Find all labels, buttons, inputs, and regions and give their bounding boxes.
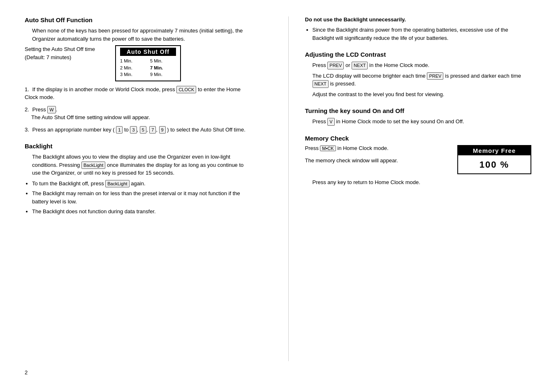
backlight-body: The Backlight allows you to view the dis… [32,153,251,177]
clock-key: CLOCK [176,86,196,94]
memory-diagram-value: 100 % [458,155,531,173]
prev-key-2: PREV [427,72,443,80]
memory-check-row: Press M•CK in Home Clock mode. The memor… [305,145,532,174]
memory-diagram: Memory Free 100 % [457,145,531,174]
auto-shutoff-col-left: 1 Min. 2 Min. 3 Min. [120,58,146,78]
auto-shutoff-diagram: Auto Shut Off 1 Min. 2 Min. 3 Min. 5 Min… [115,45,181,81]
lcd-contrast-section: Adjusting the LCD Contrast Press PREV or… [305,51,532,98]
bullet-1: To turn the Backlight off, press BackLig… [32,180,251,188]
step-3: 3. Press an appropriate number key ( 1 t… [25,126,251,134]
w-key: W [47,106,56,114]
key-sound-title: Turning the key sound On and Off [305,107,532,114]
key-sound-section: Turning the key sound On and Off Press V… [305,107,532,126]
key-7: 7 [149,126,156,134]
step-2: 2. Press W. The Auto Shut Off time setti… [25,106,251,122]
backlight-key-1: BackLight [81,161,105,169]
left-column: Auto Shut Off Function When none of the … [25,16,264,361]
bullet-2: The Backlight may remain on for less tha… [32,189,251,205]
key-5: 5 [140,126,146,134]
memory-check-footer: Press any key to return to Home Clock mo… [313,178,532,187]
lcd-contrast-title: Adjusting the LCD Contrast [305,51,532,58]
bullet-3: The Backlight does not function during d… [32,208,251,216]
page: Auto Shut Off Function When none of the … [0,0,556,392]
do-not-use-section: Do not use the Backlight unnecessarily. … [305,16,532,42]
do-not-use-bullets: Since the Backlight drains power from th… [313,26,532,42]
auto-shutoff-row: Setting the Auto Shut Off time (Default:… [25,45,251,81]
v-key: V [327,118,334,126]
auto-shutoff-col-right: 5 Min. 7 Min. 9 Min. [150,58,176,78]
auto-shutoff-diagram-grid: 1 Min. 2 Min. 3 Min. 5 Min. 7 Min. 9 Min… [120,58,176,78]
auto-shut-off-section: Auto Shut Off Function When none of the … [25,16,251,134]
auto-shut-off-body: When none of the keys has been pressed f… [32,27,251,43]
page-number: 2 [25,369,531,376]
backlight-key-2: BackLight [105,180,129,188]
right-column: Do not use the Backlight unnecessarily. … [288,16,532,361]
backlight-title: Backlight [25,143,251,150]
do-not-use-bullet-1: Since the Backlight drains power from th… [313,26,532,42]
key-3: 3 [130,126,137,134]
auto-shut-off-title: Auto Shut Off Function [25,16,251,23]
next-key-2: NEXT [313,80,329,88]
backlight-bullets: To turn the Backlight off, press BackLig… [32,180,251,216]
memory-check-section: Memory Check Press M•CK in Home Clock mo… [305,135,532,187]
do-not-use-title: Do not use the Backlight unnecessarily. [305,16,532,23]
memory-check-title: Memory Check [305,135,532,142]
memory-diagram-title: Memory Free [458,146,531,155]
auto-shutoff-steps: 1. If the display is in another mode or … [25,85,251,134]
memory-check-text: Press M•CK in Home Clock mode. The memor… [305,145,445,164]
backlight-section: Backlight The Backlight allows you to vi… [25,143,251,216]
step-1: 1. If the display is in another mode or … [25,85,251,101]
key-sound-body: Press V in Home Clock mode to set the ke… [313,118,532,126]
auto-shutoff-setting-label: Setting the Auto Shut Off time (Default:… [25,45,107,61]
mck-key: M•CK [320,145,336,151]
lcd-contrast-body: Press PREV or NEXT in the Home Clock mod… [313,61,532,98]
two-column-layout: Auto Shut Off Function When none of the … [25,16,531,361]
next-key-1: NEXT [352,62,368,69]
key-1: 1 [116,126,123,134]
key-9: 9 [159,126,166,134]
auto-shutoff-diagram-title: Auto Shut Off [120,48,176,56]
prev-key-1: PREV [327,62,344,69]
